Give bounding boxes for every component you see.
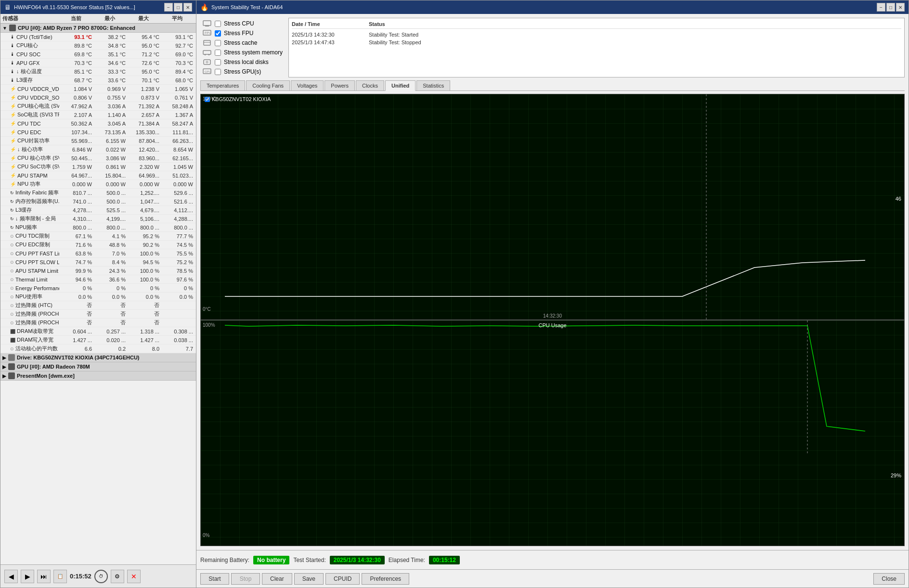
nav-report-btn[interactable]: 📋 [53,570,67,583]
group-header-presentmon[interactable]: ▶ PresentMon [dwm.exe] [0,371,196,381]
tab-powers[interactable]: Powers [325,80,355,90]
val-min: 3.086 W [93,155,127,161]
hwinfo-close-btn[interactable]: ✕ [183,3,192,12]
table-row: 🌡APU GFX 70.3 °C 34.6 °C 72.6 °C 70.3 °C [0,59,196,67]
stress-fpu-checkbox[interactable] [215,30,221,37]
table-row: ⚡CPU VDDCR_SOC ... 0.806 V 0.755 V 0.873… [0,93,196,102]
val-max: 90.2 % [127,242,160,248]
stress-option-gpu: GPU Stress GPU(s) [202,68,283,76]
stress-memory-checkbox[interactable] [215,50,221,56]
sensor-name: ↻内存控制器频率(U... [10,198,59,205]
val-min: 34.6 °C [93,60,127,66]
stop-button[interactable]: Stop [231,573,260,585]
chart-cpu-svg [201,320,904,546]
hwinfo-minimize-btn[interactable]: − [164,3,173,12]
stress-disks-checkbox[interactable] [215,59,221,65]
aida-tabs: Temperatures Cooling Fans Voltages Power… [200,80,905,91]
status-datetime-2: 2025/1/3 14:47:43 [292,39,369,45]
val-min: 34.8 °C [93,43,127,49]
status-table-header: Date / Time Status [292,21,901,29]
start-button[interactable]: Start [200,573,229,585]
save-button[interactable]: Save [294,573,324,585]
val-current: 68.7 °C [59,77,93,83]
sensor-name: ⚡CPU封装功率 [10,137,59,144]
group-header-drive[interactable]: ▶ Drive: KBG50ZNV1T02 KIOXIA (34PC714GEH… [0,353,196,362]
stress-cpu-checkbox[interactable] [215,21,221,27]
val-avg: 800.0 ... [160,225,194,230]
nav-close-btn[interactable]: ✕ [127,570,141,583]
chart1-y-min: 0°C [203,307,211,312]
sensor-name: ⊙ CPU PPT SLOW Limit [10,259,59,265]
tab-voltages[interactable]: Voltages [291,80,324,90]
val-current: 800.0 ... [59,225,93,230]
status-row-1: 2025/1/3 14:32:30 Stability Test: Starte… [292,31,901,38]
stress-cache-label: Stress cache [224,39,257,46]
aida-content-area: Stress CPU FPU Stress FPU Stress cache [196,14,909,550]
nav-prev-btn[interactable]: ◀ [4,570,18,583]
val-min: 73.135 A [93,129,127,135]
table-row: ⊙ 过热降频 (PROCHO... 否 否 否 [0,319,196,327]
cpuid-button[interactable]: CPUID [325,573,360,585]
tab-unified[interactable]: Unified [385,80,416,91]
aida-title-area: 🔥 System Stability Test - AIDA64 [200,3,283,11]
preferences-button[interactable]: Preferences [362,573,409,585]
header-avg: 平均 [160,15,194,22]
table-row: ⚡CPU EDC 107.34... 73.135 A 135.330... 1… [0,128,196,137]
table-row: ⚡CPU核心电流 (SVI3... 47.962 A 3.036 A 71.39… [0,102,196,111]
val-max: 1.318 ... [127,329,160,334]
val-min: 525.5 ... [93,207,127,213]
val-current: 0.604 ... [59,329,93,334]
sensor-name: ⚡↓ 核心功率 [10,146,59,153]
svg-rect-1 [205,26,209,26]
val-min: 8.4 % [93,259,127,265]
status-text-1: Stability Test: Started [369,32,901,38]
hwinfo-sensor-list[interactable]: ▼ CPU [#0]: AMD Ryzen 7 PRO 8700G: Enhan… [0,24,196,564]
sensor-name: ⊙ 过热降频 (PROCHO... [10,310,59,318]
val-current: 63.8 % [59,251,93,256]
nav-skip-btn[interactable]: ⏭ [37,570,51,583]
table-row: ⊙ CPU PPT FAST Limit 63.8 % 7.0 % 100.0 … [0,249,196,258]
hwinfo-maximize-btn[interactable]: □ [174,3,182,12]
stress-cache-checkbox[interactable] [215,40,221,46]
val-current: 89.8 °C [59,43,93,49]
aida-maximize-btn[interactable]: □ [886,3,895,12]
table-row: ⊙ Thermal Limit 94.6 % 36.6 % 100.0 % 97… [0,275,196,284]
val-avg: 89.4 °C [160,69,194,75]
clock-icon: ⏱ [94,570,108,583]
nav-settings-btn[interactable]: ⚙ [111,570,124,583]
val-avg: 58.248 A [160,103,194,109]
chart1-y-max: 100°C [203,96,216,102]
stress-gpu-checkbox[interactable] [215,69,221,75]
val-avg: 75.2 % [160,259,194,265]
val-min: 24.3 % [93,268,127,274]
group-header-gpu[interactable]: ▶ GPU [#0]: AMD Radeon 780M [0,362,196,371]
val-max: 否 [127,302,160,309]
val-max: 95.0 °C [127,43,160,49]
tab-clocks[interactable]: Clocks [356,80,384,90]
sensor-name: ⊙ 过热降频 (HTC) [10,302,59,309]
val-max: 94.5 % [127,259,160,265]
val-min: 0.969 V [93,86,127,92]
aida-minimize-btn[interactable]: − [877,3,885,12]
val-min: 38.2 °C [93,34,127,40]
close-button[interactable]: Close [873,573,905,585]
table-row: ⚡CPU封装功率 55.969... 6.155 W 87.804... 66.… [0,137,196,145]
sensor-name: ⊙ 过热降频 (PROCHO... [10,319,59,326]
aida-top-section: Stress CPU FPU Stress FPU Stress cache [200,18,905,77]
group-header-cpu[interactable]: ▼ CPU [#0]: AMD Ryzen 7 PRO 8700G: Enhan… [0,24,196,33]
tab-statistics[interactable]: Statistics [416,80,450,90]
table-row: 🌡CPU核心 89.8 °C 34.8 °C 95.0 °C 92.7 °C [0,41,196,50]
table-row: ⊙ Energy Performance... 0 % 0 % 0 % 0 % [0,284,196,293]
tab-temperatures[interactable]: Temperatures [200,80,245,90]
clear-button[interactable]: Clear [262,573,292,585]
presentmon-icon [8,372,15,379]
header-current: 当前 [59,15,93,22]
hwinfo-window-controls: − □ ✕ [164,3,192,12]
tab-cooling-fans[interactable]: Cooling Fans [246,80,290,90]
chart-kioxia-svg [201,94,904,320]
val-avg: 62.165... [160,155,194,161]
aida-close-btn[interactable]: ✕ [896,3,905,12]
hwinfo-table-header: 传感器 当前 最小 最大 平均 [0,14,196,24]
sensor-name: ⚡CPU VDDCR_VDD ... [10,86,59,92]
nav-next-btn[interactable]: ▶ [21,570,34,583]
